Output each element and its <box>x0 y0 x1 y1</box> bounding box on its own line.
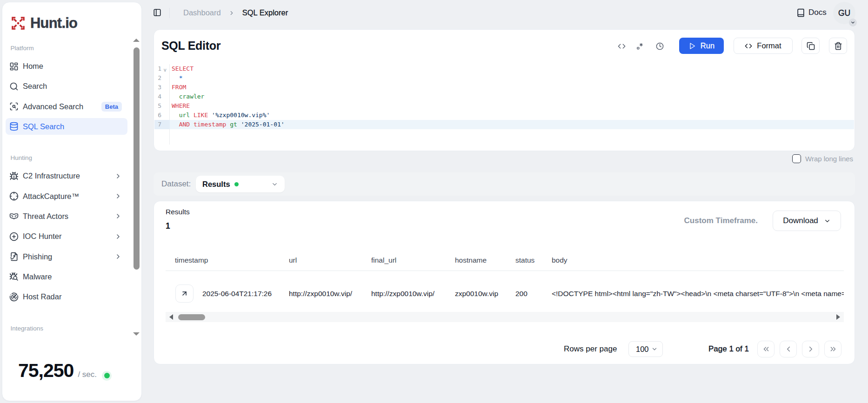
book-icon <box>796 8 805 17</box>
bug-icon <box>9 172 19 181</box>
wrap-long-lines-row: Wrap long lines <box>792 154 853 163</box>
format-button[interactable]: Format <box>734 38 793 54</box>
horizontal-scrollbar <box>166 312 844 322</box>
sidebar-item-malware[interactable]: Malware <box>6 268 127 285</box>
scroll-right-arrow[interactable] <box>836 314 840 320</box>
wildcard-icon[interactable] <box>636 42 644 50</box>
sidebar-item-label: IOC Hunter <box>23 232 61 241</box>
results-title: Results <box>166 208 190 216</box>
wrap-long-lines-checkbox[interactable] <box>792 154 801 163</box>
first-page-button[interactable] <box>757 341 775 357</box>
page-indicator: Page 1 of 1 <box>708 344 749 354</box>
format-label: Format <box>757 41 781 50</box>
chevron-left-icon <box>784 345 793 353</box>
table-row: 2025-06-04T21:17:26http://zxp0010w.vip/h… <box>166 271 844 312</box>
rows-per-page-select[interactable]: 100 <box>628 341 663 357</box>
status-dot <box>102 371 112 381</box>
line-number: 1v <box>154 64 169 73</box>
cell-status: 200 <box>515 290 527 298</box>
custom-timeframe-label: Custom Timeframe. <box>684 216 758 225</box>
sidebar-item-advanced-search[interactable]: Advanced SearchBeta <box>6 98 127 115</box>
sidebar-item-label: Host Radar <box>23 292 61 301</box>
column-header-hostname: hostname <box>455 256 487 264</box>
cell-url: http://zxp0010w.vip/ <box>289 290 352 298</box>
docs-button[interactable]: Docs <box>796 8 827 17</box>
sidebar-item-label: Advanced Search <box>23 102 83 111</box>
expand-row-button[interactable] <box>175 284 194 303</box>
radar-icon <box>9 292 19 302</box>
last-page-button[interactable] <box>824 341 841 357</box>
copy-button[interactable] <box>801 38 820 54</box>
trash-icon <box>834 42 842 50</box>
dataset-selected-value: Results <box>202 180 230 189</box>
code-line-6[interactable]: 6 url LIKE '%zxp0010w.vip%' <box>154 111 855 120</box>
chevron-right-icon <box>114 253 122 260</box>
breadcrumb-chevron-icon <box>228 10 235 16</box>
avatar-chevron-badge[interactable] <box>849 19 857 26</box>
sidebar-scrollbar-down-arrow[interactable] <box>133 332 140 336</box>
stat-value: 75,250 <box>18 360 73 382</box>
next-page-button[interactable] <box>802 341 819 357</box>
nav-section-label-integrations: Integrations <box>11 325 131 332</box>
code-line-1[interactable]: 1vSELECT <box>154 64 855 73</box>
code-icon[interactable] <box>618 42 626 50</box>
chevrons-right-icon <box>829 345 837 353</box>
results-panel: Results 1 Custom Timeframe. Download tim… <box>154 201 855 364</box>
cell-body: <!DOCTYPE html><html lang="zh-TW"><head>… <box>552 290 844 298</box>
sidebar-item-ioc-hunter[interactable]: IOC Hunter <box>6 228 127 245</box>
download-button[interactable]: Download <box>773 211 841 231</box>
rows-per-page-label: Rows per page <box>564 344 617 354</box>
delete-button[interactable] <box>829 38 847 54</box>
sidebar-item-c2-infrastructure[interactable]: C2 Infrastructure <box>6 168 127 185</box>
scroll-left-arrow[interactable] <box>169 314 173 320</box>
sidebar-scrollbar-thumb[interactable] <box>134 47 140 270</box>
code-line-5[interactable]: 5WHERE <box>154 101 855 111</box>
code-line-3[interactable]: 3FROM <box>154 83 855 92</box>
chevron-right-icon <box>114 233 122 240</box>
download-label: Download <box>783 216 818 225</box>
run-label: Run <box>701 41 714 50</box>
brand-logo[interactable]: Hunt.io <box>10 13 77 33</box>
sidebar-item-attackcapture-[interactable]: AttackCapture™ <box>6 188 127 205</box>
sidebar-item-search[interactable]: Search <box>6 78 127 95</box>
dataset-select[interactable]: Results <box>196 176 285 192</box>
sidebar-item-phishing[interactable]: Phishing <box>6 248 127 265</box>
sidebar-toggle-icon[interactable] <box>153 8 161 17</box>
sidebar-item-host-radar[interactable]: Host Radar <box>6 289 127 305</box>
chevron-right-icon <box>807 345 815 353</box>
code-icon <box>745 42 752 50</box>
chevrons-left-icon <box>762 345 770 353</box>
sidebar-item-sql-search[interactable]: SQL Search <box>6 118 127 135</box>
avatar-initials: GU <box>838 8 850 18</box>
nav-section-label-platform: Platform <box>11 45 131 52</box>
fold-arrow-icon[interactable]: v <box>164 65 167 74</box>
run-button[interactable]: Run <box>679 38 724 54</box>
wrap-long-lines-label: Wrap long lines <box>805 155 853 163</box>
code-line-7[interactable]: 7 AND timestamp gt '2025-01-01' <box>154 120 855 129</box>
code-line-2[interactable]: 2 * <box>154 73 855 83</box>
history-icon[interactable] <box>656 42 664 50</box>
breadcrumb: Dashboard SQL Explorer <box>183 8 288 17</box>
results-table: timestampurlfinal_urlhostnamestatusbody … <box>166 248 844 312</box>
chevron-down-icon <box>271 181 278 188</box>
dataset-status-dot <box>234 182 239 186</box>
chevron-right-icon <box>114 192 122 200</box>
code-line-4[interactable]: 4 crawler <box>154 92 855 101</box>
line-number: 7 <box>154 120 169 129</box>
sidebar-item-threat-actors[interactable]: Threat Actors <box>6 208 127 225</box>
sidebar-item-home[interactable]: Home <box>6 58 127 75</box>
docs-label: Docs <box>808 8 827 17</box>
sidebar-scrollbar-up-arrow[interactable] <box>133 39 140 42</box>
sql-code-editor[interactable]: 1vSELECT2 *3FROM4 crawler5WHERE6 url LIK… <box>154 64 855 145</box>
file-hook-icon <box>9 252 19 261</box>
scrollbar-thumb[interactable] <box>178 314 205 320</box>
beta-badge: Beta <box>101 102 122 112</box>
breadcrumb-dashboard[interactable]: Dashboard <box>183 8 221 17</box>
chevron-down-icon <box>651 346 658 352</box>
prev-page-button[interactable] <box>780 341 797 357</box>
sql-editor-panel: SQL Editor Run Format 1vSELECT2 *3FROM4 … <box>154 29 855 151</box>
sidebar-item-label: Home <box>23 62 43 71</box>
chevron-right-icon <box>114 172 122 180</box>
nav-section-label-hunting: Hunting <box>11 154 131 162</box>
crosshair-icon <box>9 192 19 201</box>
